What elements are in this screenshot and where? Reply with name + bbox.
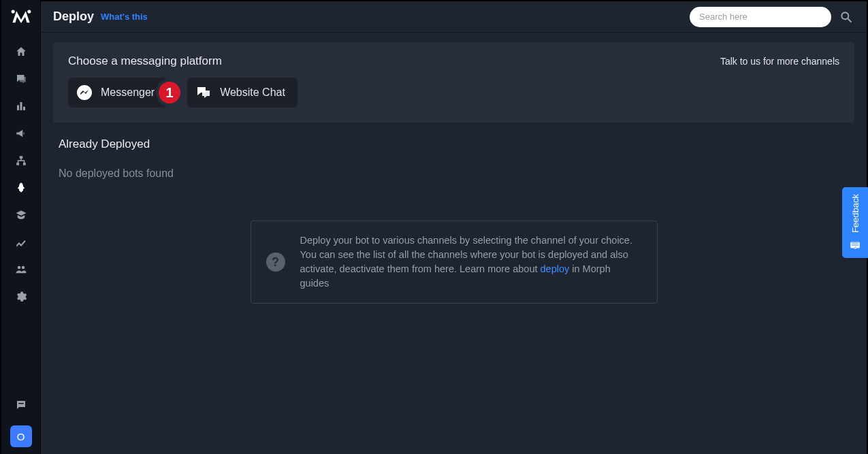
already-deployed-title: Already Deployed [59,137,854,151]
panel-title: Choose a messaging platform [68,54,222,68]
messenger-icon [76,84,93,101]
search-input[interactable] [690,7,831,27]
nav-analytics[interactable] [1,93,42,120]
svg-rect-10 [18,403,24,404]
search-button[interactable] [838,9,854,25]
feedback-icon [849,239,861,251]
app-logo-icon[interactable] [10,8,33,23]
nav-growth[interactable] [1,229,42,256]
help-text: Deploy your bot to various channels by s… [300,233,642,291]
svg-point-8 [17,266,20,270]
help-callout: ? Deploy your bot to various channels by… [251,221,658,304]
nav-deploy[interactable] [1,174,42,201]
svg-point-11 [841,12,848,19]
svg-point-9 [21,266,25,270]
user-avatar[interactable]: O [10,425,32,447]
deploy-guide-link[interactable]: deploy [541,263,570,274]
svg-point-1 [27,10,31,14]
platform-website-chat[interactable]: Website Chat [187,78,298,108]
question-icon: ? [266,253,285,272]
svg-line-12 [848,18,852,22]
feedback-tab[interactable]: Feedback [842,187,868,258]
chat-bubbles-icon [195,84,212,101]
svg-rect-2 [17,106,19,111]
nav-home[interactable] [1,38,42,65]
empty-state-text: No deployed bots found [59,167,854,180]
nav-help-chat[interactable] [1,391,42,419]
page-title: Deploy [53,10,94,24]
platform-label: Messenger [101,86,155,99]
platform-label: Website Chat [220,86,285,99]
step-badge: 1 [156,79,183,106]
svg-point-0 [11,10,14,14]
nav-flows[interactable] [1,147,42,174]
platform-panel: Choose a messaging platform Talk to us f… [53,42,854,123]
nav-conversations[interactable] [1,65,42,93]
platform-messenger[interactable]: Messenger 1 [68,78,167,108]
svg-rect-3 [20,102,22,110]
nav-users[interactable] [1,256,42,283]
nav-train[interactable] [1,201,42,229]
svg-rect-4 [23,107,25,110]
more-channels-link[interactable]: Talk to us for more channels [720,56,839,67]
svg-rect-5 [19,156,22,159]
feedback-label: Feedback [850,194,861,233]
svg-rect-6 [16,163,19,165]
nav-settings[interactable] [1,283,42,310]
avatar-initial: O [17,431,25,442]
nav-broadcast[interactable] [1,120,42,147]
svg-rect-7 [23,163,26,165]
whats-this-link[interactable]: What's this [101,12,148,22]
